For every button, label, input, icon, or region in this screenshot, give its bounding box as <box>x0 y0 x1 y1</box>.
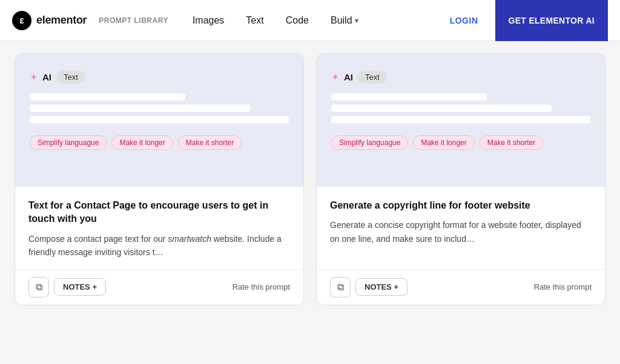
ai-badge-row-1: ✦ AI Text <box>30 71 289 83</box>
header-actions: LOGIN GET ELEMENTOR AI <box>440 0 608 41</box>
tag-shorter-2[interactable]: Make it shorter <box>480 135 543 150</box>
elementor-logo-icon: ε <box>12 11 31 30</box>
ai-label-2: AI <box>344 72 353 82</box>
tag-longer-2[interactable]: Make it longer <box>413 135 474 150</box>
tag-row-1: Simplify languague Make it longer Make i… <box>30 135 289 150</box>
card-desc-2: Generate a concise copyright format for … <box>330 218 592 245</box>
login-button[interactable]: LOGIN <box>440 11 488 30</box>
get-elementor-button[interactable]: GET ELEMENTOR AI <box>495 0 608 41</box>
input-line-long-1 <box>30 116 289 123</box>
card-copyright: ✦ AI Text Simplify languague Make it lon… <box>316 53 605 305</box>
text-badge-2: Text <box>358 71 387 83</box>
input-line-medium-2 <box>331 105 552 112</box>
tag-simplify-1[interactable]: Simplify languague <box>30 135 107 150</box>
card-contact-page: ✦ AI Text Simplify languague Make it lon… <box>15 53 304 305</box>
copy-button-1[interactable]: ⧉ <box>28 277 49 297</box>
notes-button-2[interactable]: NOTES + <box>355 278 407 296</box>
nav-links: Images Text Code Build ▾ <box>183 10 435 31</box>
logo-area: ε elementor <box>12 11 87 30</box>
tag-longer-1[interactable]: Make it longer <box>111 135 173 150</box>
nav-text[interactable]: Text <box>236 10 273 31</box>
input-line-short-1 <box>30 93 185 100</box>
main-content: ✦ AI Text Simplify languague Make it lon… <box>0 41 620 317</box>
card-body-1: Text for a Contact Page to encourage use… <box>15 187 303 269</box>
card-preview-1: ✦ AI Text Simplify languague Make it lon… <box>15 54 303 187</box>
header: ε elementor PROMPT LIBRARY Images Text C… <box>0 0 620 41</box>
copy-button-2[interactable]: ⧉ <box>330 277 351 297</box>
nav-build[interactable]: Build ▾ <box>321 10 368 31</box>
input-line-medium-1 <box>30 105 250 112</box>
card-footer-2: ⧉ NOTES + Rate this prompt <box>317 269 605 305</box>
build-chevron-icon: ▾ <box>355 16 358 25</box>
prompt-library-label: PROMPT LIBRARY <box>99 16 168 25</box>
tag-shorter-1[interactable]: Make it shorter <box>178 135 242 150</box>
ai-badge-row-2: ✦ AI Text <box>331 71 590 83</box>
nav-code[interactable]: Code <box>276 10 318 31</box>
card-title-2: Generate a copyright line for footer web… <box>330 199 592 212</box>
nav-images[interactable]: Images <box>183 10 234 31</box>
ai-label-1: AI <box>42 72 51 82</box>
footer-left-1: ⧉ NOTES + <box>28 277 106 297</box>
rate-link-2[interactable]: Rate this prompt <box>534 282 592 291</box>
card-body-2: Generate a copyright line for footer web… <box>317 187 605 269</box>
input-lines-1 <box>30 93 289 123</box>
card-preview-2: ✦ AI Text Simplify languague Make it lon… <box>317 54 605 187</box>
rate-link-1[interactable]: Rate this prompt <box>232 282 290 291</box>
logo-text: elementor <box>36 14 87 27</box>
input-lines-2 <box>331 93 590 123</box>
card-footer-1: ⧉ NOTES + Rate this prompt <box>15 269 303 305</box>
text-badge-1: Text <box>56 71 85 83</box>
copy-icon-1: ⧉ <box>36 282 42 293</box>
input-line-long-2 <box>331 116 590 123</box>
notes-button-1[interactable]: NOTES + <box>54 278 106 296</box>
input-line-short-2 <box>331 93 487 100</box>
tag-row-2: Simplify languague Make it longer Make i… <box>331 135 590 150</box>
footer-left-2: ⧉ NOTES + <box>330 277 407 297</box>
card-desc-1: Compose a contact page text for our smar… <box>28 232 290 259</box>
sparkle-icon-2: ✦ <box>331 71 339 83</box>
copy-icon-2: ⧉ <box>337 282 344 293</box>
card-title-1: Text for a Contact Page to encourage use… <box>28 199 290 226</box>
sparkle-icon-1: ✦ <box>30 71 38 83</box>
tag-simplify-2[interactable]: Simplify languague <box>331 135 408 150</box>
